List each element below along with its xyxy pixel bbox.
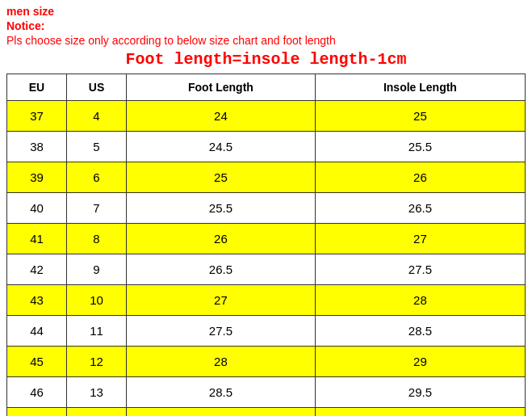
cell-us: 4 [67,101,127,132]
cell-foot: 24 [127,101,316,132]
cell-eu: 38 [7,132,67,162]
cell-eu: 40 [7,193,67,224]
cell-eu: 41 [7,224,67,254]
cell-insole: 27 [315,224,525,254]
main-container: men size Notice: Pls choose size only ac… [0,0,532,416]
table-row: 38524.525.5 [7,132,526,162]
cell-foot: 28 [127,347,316,377]
cell-foot: 26.5 [127,254,316,285]
cell-insole: 26.5 [315,193,525,224]
cell-us: 7 [67,193,127,224]
cell-insole: 28 [315,285,525,316]
men-size-label: men size [6,5,526,18]
cell-us: 10 [67,285,127,316]
table-row: 45122829 [7,347,526,377]
cell-eu: 37 [7,101,67,132]
table-row: 461328.529.5 [7,377,526,408]
cell-us: 9 [67,254,127,285]
cell-foot: 29 [127,408,316,417]
notice-label: Notice: [6,19,526,32]
cell-foot: 28.5 [127,377,316,408]
cell-eu: 43 [7,285,67,316]
cell-insole: 28.5 [315,316,525,347]
cell-eu: 46 [7,377,67,408]
cell-us: 8 [67,224,127,254]
cell-us: 5 [67,132,127,162]
col-insole: Insole Length [315,74,525,101]
cell-us: 12 [67,347,127,377]
table-row: 42926.527.5 [7,254,526,285]
cell-insole: 29 [315,347,525,377]
cell-eu: 47 [7,408,67,417]
cell-insole: 26 [315,162,525,193]
table-row: 43102728 [7,285,526,316]
cell-foot: 27.5 [127,316,316,347]
size-chart-table: EU US Foot Length Insole Length 37424253… [6,74,526,416]
table-row: 40725.526.5 [7,193,526,224]
cell-foot: 26 [127,224,316,254]
cell-foot: 25 [127,162,316,193]
col-eu: EU [7,74,67,101]
table-row: 47142930 [7,408,526,417]
cell-us: 11 [67,316,127,347]
table-row: 3962526 [7,162,526,193]
table-row: 4182627 [7,224,526,254]
instruction-text: Pls choose size only according to below … [6,34,526,47]
table-header-row: EU US Foot Length Insole Length [7,74,526,101]
table-row: 441127.528.5 [7,316,526,347]
cell-insole: 29.5 [315,377,525,408]
col-us: US [67,74,127,101]
cell-foot: 24.5 [127,132,316,162]
cell-us: 13 [67,377,127,408]
cell-eu: 39 [7,162,67,193]
cell-eu: 42 [7,254,67,285]
cell-foot: 25.5 [127,193,316,224]
cell-eu: 45 [7,347,67,377]
cell-us: 6 [67,162,127,193]
cell-insole: 30 [315,408,525,417]
table-row: 3742425 [7,101,526,132]
cell-insole: 27.5 [315,254,525,285]
col-foot: Foot Length [127,74,316,101]
cell-eu: 44 [7,316,67,347]
formula-text: Foot length=insole length-1cm [6,50,526,69]
cell-us: 14 [67,408,127,417]
cell-insole: 25 [315,101,525,132]
cell-insole: 25.5 [315,132,525,162]
cell-foot: 27 [127,285,316,316]
